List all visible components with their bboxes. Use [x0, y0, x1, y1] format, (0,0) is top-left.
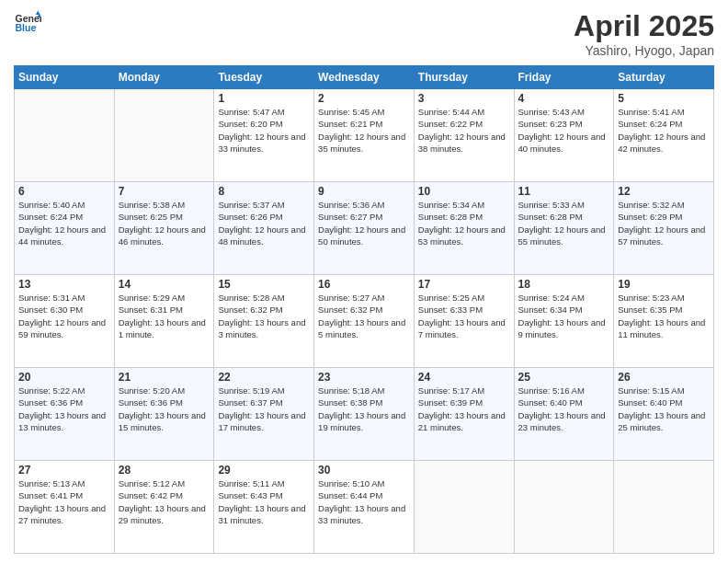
day-info: Sunrise: 5:47 AM Sunset: 6:20 PM Dayligh… [218, 106, 310, 155]
calendar-cell: 27Sunrise: 5:13 AM Sunset: 6:41 PM Dayli… [15, 461, 115, 554]
subtitle: Yashiro, Hyogo, Japan [574, 43, 714, 58]
day-number: 21 [119, 371, 210, 384]
day-info: Sunrise: 5:19 AM Sunset: 6:37 PM Dayligh… [218, 385, 310, 433]
calendar-cell: 8Sunrise: 5:37 AM Sunset: 6:26 PM Daylig… [214, 182, 314, 275]
day-info: Sunrise: 5:23 AM Sunset: 6:35 PM Dayligh… [618, 292, 710, 340]
calendar-cell: 10Sunrise: 5:34 AM Sunset: 6:28 PM Dayli… [414, 182, 514, 275]
calendar-cell: 17Sunrise: 5:25 AM Sunset: 6:33 PM Dayli… [414, 275, 514, 368]
day-info: Sunrise: 5:10 AM Sunset: 6:44 PM Dayligh… [318, 477, 410, 526]
day-number: 10 [418, 185, 510, 198]
calendar-cell [114, 89, 214, 182]
day-info: Sunrise: 5:16 AM Sunset: 6:40 PM Dayligh… [518, 385, 610, 433]
day-number: 11 [518, 185, 610, 198]
day-info: Sunrise: 5:20 AM Sunset: 6:36 PM Dayligh… [119, 385, 210, 433]
weekday-header-cell: Thursday [414, 66, 514, 89]
day-info: Sunrise: 5:11 AM Sunset: 6:43 PM Dayligh… [218, 477, 310, 526]
day-number: 18 [518, 278, 610, 291]
day-info: Sunrise: 5:29 AM Sunset: 6:31 PM Dayligh… [119, 292, 210, 340]
calendar-cell: 24Sunrise: 5:17 AM Sunset: 6:39 PM Dayli… [414, 368, 514, 461]
calendar-cell: 29Sunrise: 5:11 AM Sunset: 6:43 PM Dayli… [214, 461, 314, 554]
calendar-cell: 22Sunrise: 5:19 AM Sunset: 6:37 PM Dayli… [214, 368, 314, 461]
day-number: 22 [218, 371, 310, 384]
day-info: Sunrise: 5:13 AM Sunset: 6:41 PM Dayligh… [18, 477, 110, 526]
day-number: 17 [418, 278, 510, 291]
calendar-cell: 15Sunrise: 5:28 AM Sunset: 6:32 PM Dayli… [214, 275, 314, 368]
header: General Blue April 2025 Yashiro, Hyogo, … [14, 9, 714, 58]
calendar-cell: 25Sunrise: 5:16 AM Sunset: 6:40 PM Dayli… [514, 368, 614, 461]
day-number: 30 [318, 464, 410, 477]
day-info: Sunrise: 5:25 AM Sunset: 6:33 PM Dayligh… [418, 292, 510, 340]
day-number: 24 [418, 371, 510, 384]
calendar-row: 20Sunrise: 5:22 AM Sunset: 6:36 PM Dayli… [15, 368, 714, 461]
day-info: Sunrise: 5:33 AM Sunset: 6:28 PM Dayligh… [518, 199, 610, 247]
weekday-header-cell: Sunday [15, 66, 115, 89]
day-info: Sunrise: 5:36 AM Sunset: 6:27 PM Dayligh… [318, 199, 410, 247]
calendar-cell: 6Sunrise: 5:40 AM Sunset: 6:24 PM Daylig… [15, 182, 115, 275]
calendar-cell: 30Sunrise: 5:10 AM Sunset: 6:44 PM Dayli… [314, 461, 415, 554]
svg-text:Blue: Blue [16, 22, 37, 33]
calendar: SundayMondayTuesdayWednesdayThursdayFrid… [14, 65, 714, 554]
calendar-cell: 28Sunrise: 5:12 AM Sunset: 6:42 PM Dayli… [114, 461, 214, 554]
calendar-cell: 13Sunrise: 5:31 AM Sunset: 6:30 PM Dayli… [15, 275, 115, 368]
calendar-row: 1Sunrise: 5:47 AM Sunset: 6:20 PM Daylig… [15, 89, 714, 182]
calendar-cell [514, 461, 614, 554]
calendar-cell: 26Sunrise: 5:15 AM Sunset: 6:40 PM Dayli… [614, 368, 714, 461]
day-info: Sunrise: 5:41 AM Sunset: 6:24 PM Dayligh… [618, 106, 710, 155]
calendar-cell: 4Sunrise: 5:43 AM Sunset: 6:23 PM Daylig… [514, 89, 614, 182]
weekday-header-cell: Friday [514, 66, 614, 89]
calendar-cell: 19Sunrise: 5:23 AM Sunset: 6:35 PM Dayli… [614, 275, 714, 368]
day-number: 5 [618, 92, 710, 105]
day-info: Sunrise: 5:37 AM Sunset: 6:26 PM Dayligh… [218, 199, 310, 247]
calendar-row: 6Sunrise: 5:40 AM Sunset: 6:24 PM Daylig… [15, 182, 714, 275]
calendar-cell: 21Sunrise: 5:20 AM Sunset: 6:36 PM Dayli… [114, 368, 214, 461]
day-number: 2 [318, 92, 410, 105]
day-number: 23 [318, 371, 410, 384]
day-number: 7 [119, 185, 210, 198]
day-info: Sunrise: 5:18 AM Sunset: 6:38 PM Dayligh… [318, 385, 410, 433]
calendar-cell: 23Sunrise: 5:18 AM Sunset: 6:38 PM Dayli… [314, 368, 415, 461]
weekday-header-cell: Monday [114, 66, 214, 89]
day-number: 3 [418, 92, 510, 105]
day-info: Sunrise: 5:27 AM Sunset: 6:32 PM Dayligh… [318, 292, 410, 340]
calendar-cell: 1Sunrise: 5:47 AM Sunset: 6:20 PM Daylig… [214, 89, 314, 182]
day-number: 26 [618, 371, 710, 384]
day-number: 6 [18, 185, 110, 198]
calendar-cell: 18Sunrise: 5:24 AM Sunset: 6:34 PM Dayli… [514, 275, 614, 368]
weekday-header-cell: Wednesday [314, 66, 415, 89]
calendar-cell: 9Sunrise: 5:36 AM Sunset: 6:27 PM Daylig… [314, 182, 415, 275]
calendar-row: 27Sunrise: 5:13 AM Sunset: 6:41 PM Dayli… [15, 461, 714, 554]
weekday-header-cell: Saturday [614, 66, 714, 89]
title-block: April 2025 Yashiro, Hyogo, Japan [574, 9, 714, 58]
day-info: Sunrise: 5:45 AM Sunset: 6:21 PM Dayligh… [318, 106, 410, 155]
day-number: 4 [518, 92, 610, 105]
calendar-cell: 7Sunrise: 5:38 AM Sunset: 6:25 PM Daylig… [114, 182, 214, 275]
day-info: Sunrise: 5:31 AM Sunset: 6:30 PM Dayligh… [18, 292, 110, 340]
calendar-cell: 12Sunrise: 5:32 AM Sunset: 6:29 PM Dayli… [614, 182, 714, 275]
day-number: 13 [18, 278, 110, 291]
weekday-header-cell: Tuesday [214, 66, 314, 89]
day-info: Sunrise: 5:12 AM Sunset: 6:42 PM Dayligh… [119, 477, 210, 526]
day-number: 8 [218, 185, 310, 198]
logo-icon: General Blue [14, 9, 41, 37]
calendar-cell [614, 461, 714, 554]
day-number: 25 [518, 371, 610, 384]
main-title: April 2025 [574, 9, 714, 43]
day-info: Sunrise: 5:15 AM Sunset: 6:40 PM Dayligh… [618, 385, 710, 433]
calendar-cell: 20Sunrise: 5:22 AM Sunset: 6:36 PM Dayli… [15, 368, 115, 461]
calendar-cell: 2Sunrise: 5:45 AM Sunset: 6:21 PM Daylig… [314, 89, 415, 182]
day-info: Sunrise: 5:43 AM Sunset: 6:23 PM Dayligh… [518, 106, 610, 155]
calendar-cell: 14Sunrise: 5:29 AM Sunset: 6:31 PM Dayli… [114, 275, 214, 368]
day-number: 20 [18, 371, 110, 384]
day-number: 9 [318, 185, 410, 198]
logo: General Blue [14, 9, 41, 37]
day-number: 16 [318, 278, 410, 291]
day-info: Sunrise: 5:17 AM Sunset: 6:39 PM Dayligh… [418, 385, 510, 433]
day-info: Sunrise: 5:40 AM Sunset: 6:24 PM Dayligh… [18, 199, 110, 247]
day-number: 1 [218, 92, 310, 105]
day-info: Sunrise: 5:44 AM Sunset: 6:22 PM Dayligh… [418, 106, 510, 155]
day-info: Sunrise: 5:28 AM Sunset: 6:32 PM Dayligh… [218, 292, 310, 340]
calendar-cell: 5Sunrise: 5:41 AM Sunset: 6:24 PM Daylig… [614, 89, 714, 182]
day-number: 28 [119, 464, 210, 477]
calendar-cell [15, 89, 115, 182]
day-number: 27 [18, 464, 110, 477]
